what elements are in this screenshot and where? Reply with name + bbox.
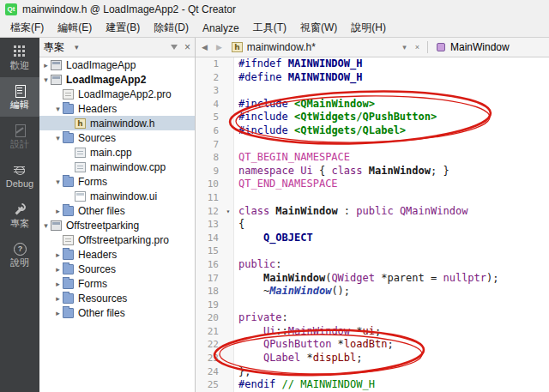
code-line-23[interactable]: 23 QLabel *dispLbl; — [196, 352, 549, 365]
tok-plain — [238, 338, 263, 350]
mode-help[interactable]: 說明 — [0, 235, 39, 274]
chevron-down-icon[interactable]: ▾ — [53, 178, 63, 186]
menu-h[interactable]: 說明(H) — [344, 18, 393, 38]
code-line-13[interactable]: 13{ — [196, 218, 549, 232]
chevron-right-icon[interactable]: ▸ — [53, 207, 63, 215]
code-line-2[interactable]: 2#define MAINWINDOW_H — [196, 71, 549, 85]
filter-icon[interactable] — [171, 45, 178, 50]
chevron-right-icon[interactable]: ▸ — [53, 309, 63, 317]
document-tab[interactable]: h mainwindow.h* — [226, 41, 321, 53]
code-line-11[interactable]: 11 — [196, 191, 549, 205]
tree-item-resources[interactable]: ▸Resources — [39, 291, 195, 305]
editor-toolbar: ◀ ▶ h mainwindow.h* ▾ × MainWindow — [196, 38, 549, 57]
mode-label: 設計 — [10, 140, 29, 149]
back-icon[interactable]: ◀ — [197, 43, 212, 51]
fold-marker-icon[interactable]: ▾ — [223, 205, 234, 219]
close-document-icon[interactable]: × — [411, 43, 424, 51]
mode-design[interactable]: 設計 — [0, 117, 39, 156]
code-line-15[interactable]: 15 — [196, 244, 549, 258]
code-line-17[interactable]: 17 MainWindow(QWidget *parent = nullptr)… — [196, 272, 549, 286]
chevron-down-icon[interactable]: ▾ — [53, 134, 63, 142]
code-line-7[interactable]: 7 — [196, 138, 549, 152]
code-line-25[interactable]: 25#endif // MAINWINDOW_H — [196, 378, 549, 392]
tree-item-forms[interactable]: ▸Forms — [39, 276, 195, 291]
menu-t[interactable]: 工具(T) — [246, 18, 293, 38]
tree-item-offstreetparking-pro[interactable]: Offstreetparking.pro — [39, 232, 195, 247]
tree-item-mainwindow-h[interactable]: hmainwindow.h — [39, 116, 195, 130]
menu-w[interactable]: 視窗(W) — [293, 18, 344, 38]
folder-icon — [63, 279, 74, 289]
chevron-right-icon[interactable]: ▸ — [41, 61, 51, 69]
fold-margin — [223, 378, 234, 392]
tree-item-sources[interactable]: ▸Sources — [39, 262, 195, 276]
forward-icon[interactable]: ▶ — [212, 43, 226, 51]
design-icon — [14, 124, 26, 136]
symbol-selector[interactable]: MainWindow — [431, 41, 547, 53]
tok-plain: * — [350, 325, 362, 337]
menu-analyze[interactable]: Analyze — [196, 20, 246, 37]
tree-item-other-files[interactable]: ▸Other files — [39, 305, 195, 320]
tree-item-headers[interactable]: ▸Headers — [39, 247, 195, 262]
code-line-16[interactable]: 16public: — [196, 258, 549, 272]
line-number: 18 — [196, 285, 223, 299]
menu-d[interactable]: 除錯(D) — [147, 18, 196, 38]
code-line-24[interactable]: 24}; — [196, 365, 549, 379]
tree-item-main-cpp[interactable]: main.cpp — [39, 145, 195, 160]
mode-welcome[interactable]: 歡迎 — [0, 38, 39, 77]
code-text: }; — [234, 365, 250, 379]
chevron-right-icon[interactable]: ▸ — [53, 294, 63, 303]
tree-item-headers[interactable]: ▾Headers — [39, 101, 195, 116]
chevron-down-icon[interactable]: ▾ — [53, 105, 63, 113]
code-line-12[interactable]: 12▾class MainWindow : public QMainWindow — [196, 205, 549, 219]
tree-item-mainwindow-cpp[interactable]: mainwindow.cpp — [39, 160, 195, 174]
title-bar: Qt mainwindow.h @ LoadImageApp2 - Qt Cre… — [0, 0, 549, 19]
chevron-right-icon[interactable]: ▸ — [53, 250, 63, 259]
tree-item-other-files[interactable]: ▸Other files — [39, 203, 195, 218]
mode-edit[interactable]: 編輯 — [0, 77, 39, 117]
fold-margin — [223, 365, 234, 379]
document-dropdown-icon[interactable]: ▾ — [398, 43, 411, 51]
tok-plain: : — [275, 258, 281, 270]
code-line-22[interactable]: 22 QPushButton *loadBtn; — [196, 338, 549, 352]
tree-item-forms[interactable]: ▾Forms — [39, 174, 195, 189]
tok-plain: ; } — [431, 165, 449, 177]
chevron-down-icon[interactable]: ▾ — [41, 75, 51, 84]
tree-label: main.cpp — [90, 147, 132, 159]
tok-inc: <QtWidgets/QLabel> — [294, 124, 406, 136]
code-line-5[interactable]: 5#include <QtWidgets/QPushButton> — [196, 111, 549, 124]
code-line-4[interactable]: 4#include <QMainWindow> — [196, 98, 549, 112]
tree-item-loadimageapp2-pro[interactable]: LoadImageApp2.pro — [39, 87, 195, 101]
code-line-3[interactable]: 3 — [196, 84, 549, 98]
code-line-19[interactable]: 19 — [196, 299, 549, 312]
code-line-1[interactable]: 1#ifndef MAINWINDOW_H — [196, 57, 549, 71]
code-text — [234, 244, 238, 258]
code-text: #include <QtWidgets/QLabel> — [234, 124, 406, 138]
tree-label: Headers — [78, 103, 117, 115]
code-area[interactable]: 1#ifndef MAINWINDOW_H2#define MAINWINDOW… — [196, 57, 549, 392]
code-line-9[interactable]: 9namespace Ui { class MainWindow; } — [196, 165, 549, 178]
pane-selector[interactable]: 專案 ▾ — [44, 40, 171, 55]
code-line-6[interactable]: 6#include <QtWidgets/QLabel> — [196, 124, 549, 138]
code-line-10[interactable]: 10QT_END_NAMESPACE — [196, 178, 549, 191]
code-line-21[interactable]: 21 Ui::MainWindow *ui; — [196, 325, 549, 339]
tree-item-loadimageapp[interactable]: ▸LoadImageApp — [39, 57, 195, 72]
tree-item-mainwindow-ui[interactable]: mainwindow.ui — [39, 189, 195, 203]
menu-f[interactable]: 檔案(F) — [3, 18, 51, 38]
tok-plain: : — [282, 311, 288, 323]
code-line-20[interactable]: 20private: — [196, 311, 549, 325]
tree-item-sources[interactable]: ▾Sources — [39, 130, 195, 145]
chevron-right-icon[interactable]: ▸ — [53, 265, 63, 274]
menu-e[interactable]: 編輯(E) — [51, 18, 99, 38]
menu-b[interactable]: 建置(B) — [99, 18, 147, 38]
tree-label: Other files — [78, 307, 125, 319]
tree-item-loadimageapp2[interactable]: ▾LoadImageApp2 — [39, 72, 195, 87]
chevron-right-icon[interactable]: ▸ — [53, 280, 63, 288]
close-panel-icon[interactable]: × — [184, 42, 190, 52]
code-line-18[interactable]: 18 ~MainWindow(); — [196, 285, 549, 299]
mode-debug[interactable]: Debug — [0, 156, 39, 196]
tree-item-offstreetparking[interactable]: ▾Offstreetparking — [39, 218, 195, 232]
code-line-14[interactable]: 14 Q_OBJECT — [196, 232, 549, 245]
mode-projects[interactable]: 專案 — [0, 196, 39, 235]
code-line-8[interactable]: 8QT_BEGIN_NAMESPACE — [196, 151, 549, 165]
chevron-down-icon[interactable]: ▾ — [41, 221, 51, 230]
